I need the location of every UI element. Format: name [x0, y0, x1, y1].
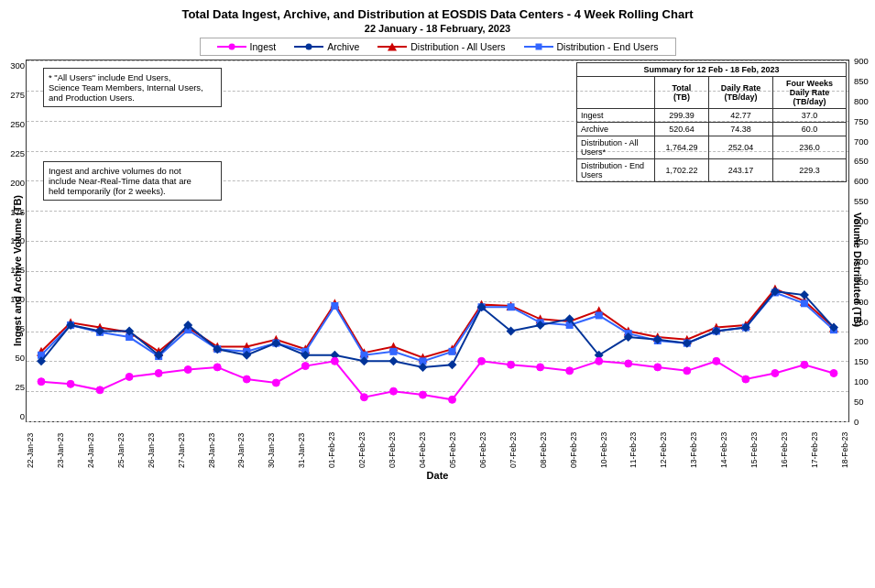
col-header-fourweek: Four WeeksDaily Rate(TB/day): [773, 77, 847, 109]
info-box-1-line3: and Production Users.: [49, 93, 216, 103]
summary-row: Distribution - End Users1,702.22243.1722…: [577, 159, 847, 182]
x-axis-labels: 22-Jan-2323-Jan-2324-Jan-2325-Jan-2326-J…: [26, 424, 849, 468]
y-left-tick: 25: [0, 382, 25, 392]
svg-rect-38: [331, 302, 338, 310]
x-label: 11-Feb-23: [629, 424, 638, 468]
x-label: 03-Feb-23: [388, 424, 397, 468]
summary-table: Summary for 12 Feb - 18 Feb, 2023 Total(…: [576, 62, 847, 182]
legend-dist-all-label: Distribution - All Users: [410, 41, 505, 52]
summary-title: Summary for 12 Feb - 18 Feb, 2023: [577, 63, 847, 77]
legend-dist-end: Distribution - End Users: [524, 41, 659, 52]
summary-cell: Ingest: [577, 109, 655, 123]
summary-cell: 1,702.22: [655, 159, 709, 182]
y-right-tick: 300: [854, 296, 869, 306]
y-axis-right-ticks: 9008508007507006506005505004504003503002…: [850, 60, 875, 421]
svg-point-96: [389, 387, 397, 395]
x-label: 13-Feb-23: [689, 424, 698, 468]
chart-title: Total Data Ingest, Archive, and Distribu…: [9, 7, 866, 21]
svg-point-103: [596, 357, 603, 365]
y-right-tick: 600: [854, 176, 869, 186]
svg-rect-54: [801, 299, 808, 307]
svg-point-100: [508, 361, 515, 368]
x-label: 09-Feb-23: [569, 424, 578, 468]
x-label: 31-Jan-23: [297, 424, 306, 468]
y-right-tick: 400: [854, 256, 869, 266]
svg-point-111: [830, 369, 837, 376]
legend: Ingest Archive Distribution - All Users …: [200, 38, 676, 56]
summary-cell: 252.04: [708, 136, 772, 159]
svg-point-84: [38, 378, 45, 386]
y-left-tick: 50: [0, 353, 25, 363]
y-left-tick: 75: [0, 323, 25, 333]
y-right-tick: 0: [854, 417, 859, 427]
summary-cell: 74.38: [708, 123, 772, 136]
info-box-2-line1: Ingest and archive volumes do not: [49, 166, 216, 176]
svg-point-97: [419, 391, 426, 398]
grid-line-h: [27, 421, 848, 422]
y-left-tick: 225: [0, 148, 25, 158]
svg-point-95: [360, 394, 367, 401]
y-left-tick: 200: [0, 178, 25, 188]
y-right-tick: 750: [854, 115, 869, 125]
svg-point-98: [449, 396, 456, 403]
x-label: 18-Feb-23: [840, 424, 849, 468]
y-right-tick: 150: [854, 356, 869, 366]
svg-marker-70: [448, 360, 457, 369]
info-box-2-line3: held temporarily (for 2 weeks).: [49, 186, 216, 196]
y-right-tick: 100: [854, 376, 869, 387]
svg-point-105: [654, 364, 662, 371]
col-header-total: Total(TB): [655, 77, 709, 109]
info-box-1: * "All Users" include End Users, Science…: [43, 68, 222, 107]
svg-point-90: [213, 364, 221, 371]
x-label: 17-Feb-23: [810, 424, 819, 468]
svg-point-104: [625, 360, 632, 367]
svg-rect-44: [508, 303, 515, 310]
y-left-tick: 175: [0, 207, 25, 217]
svg-point-86: [96, 387, 104, 394]
col-header-0: [577, 77, 655, 109]
x-label: 04-Feb-23: [418, 424, 427, 468]
x-label: 25-Jan-23: [116, 424, 126, 468]
col-header-daily: Daily Rate(TB/day): [708, 77, 772, 109]
y-right-tick: 700: [854, 136, 869, 146]
x-label: 22-Jan-23: [26, 424, 35, 468]
svg-point-101: [537, 364, 544, 371]
svg-point-87: [126, 373, 133, 380]
y-right-tick: 800: [854, 95, 869, 105]
legend-archive-label: Archive: [327, 41, 359, 52]
y-right-tick: 350: [854, 276, 869, 286]
y-right-tick: 650: [854, 156, 869, 166]
info-box-2: Ingest and archive volumes do not includ…: [43, 161, 222, 201]
svg-rect-42: [449, 348, 456, 355]
summary-cell: Distribution - All Users*: [577, 136, 655, 159]
x-axis-title: Date: [26, 470, 849, 481]
info-box-2-line2: include Near-Real-Time data that are: [49, 176, 216, 186]
chart-inner: 3002752502252001751501251007550250 90085…: [26, 60, 849, 481]
svg-point-110: [801, 361, 808, 368]
info-box-1-line1: * "All Users" include End Users,: [49, 72, 216, 82]
x-label: 24-Jan-23: [86, 424, 95, 468]
summary-cell: 236.0: [773, 136, 847, 159]
x-label: 07-Feb-23: [509, 424, 518, 468]
y-right-tick: 50: [854, 397, 864, 407]
x-label: 05-Feb-23: [448, 424, 457, 468]
x-label: 16-Feb-23: [780, 424, 789, 468]
svg-point-93: [301, 363, 309, 370]
chart-area: Ingest and Archive Volume (TB) 300275250…: [9, 60, 866, 481]
x-label: 14-Feb-23: [719, 424, 728, 468]
x-label: 27-Jan-23: [177, 424, 186, 468]
svg-rect-47: [596, 311, 603, 319]
svg-point-108: [742, 376, 749, 383]
summary-cell: 243.17: [708, 159, 772, 182]
y-left-tick: 150: [0, 235, 25, 245]
svg-point-106: [684, 367, 691, 375]
summary-row: Archive520.6474.3860.0: [577, 123, 847, 136]
y-left-tick: 300: [0, 60, 25, 71]
legend-ingest-label: Ingest: [250, 41, 277, 52]
summary-cell: 60.0: [773, 123, 847, 136]
summary-cell: 520.64: [655, 123, 709, 136]
svg-point-91: [243, 376, 250, 383]
y-right-tick: 500: [854, 216, 869, 226]
page: Total Data Ingest, Archive, and Distribu…: [0, 0, 875, 588]
y-left-tick: 100: [0, 294, 25, 304]
